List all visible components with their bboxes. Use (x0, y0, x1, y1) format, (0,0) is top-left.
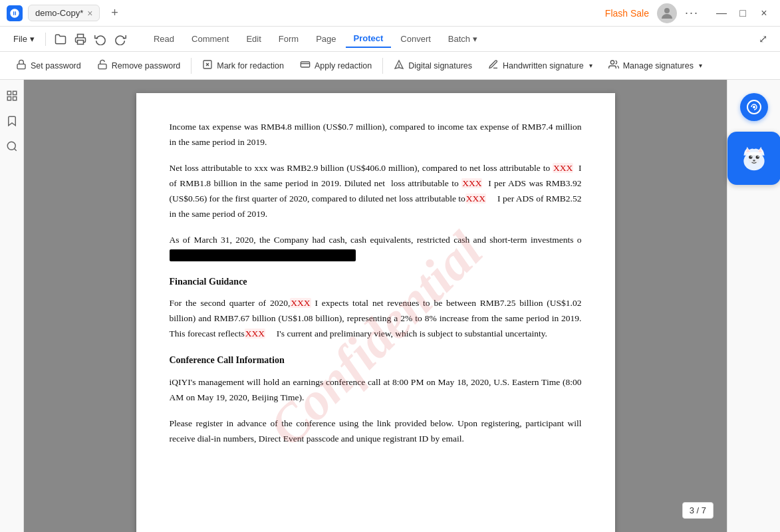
svg-rect-2 (17, 64, 25, 68)
sidebar-icon-bookmark[interactable] (3, 112, 21, 130)
svg-point-22 (750, 156, 751, 158)
mark-redaction-label: Mark for redaction (217, 61, 284, 70)
file-menu-arrow: ▾ (30, 34, 35, 44)
more-options-button[interactable]: ··· (685, 6, 699, 20)
redact-xxx-3: XXX (465, 194, 486, 203)
set-password-button[interactable]: Set password (8, 55, 89, 76)
redo-button[interactable] (111, 30, 130, 49)
remove-password-button[interactable]: Remove password (89, 55, 189, 76)
svg-rect-13 (7, 97, 11, 100)
nav-convert[interactable]: Convert (392, 31, 439, 47)
handwritten-icon (488, 59, 499, 72)
document-page: Confidential Income tax expense was RMB4… (136, 93, 615, 532)
lock-icon (16, 59, 27, 72)
tab-close-button[interactable]: × (87, 9, 92, 18)
sidebar-icon-pages[interactable] (3, 86, 21, 105)
svg-point-17 (753, 106, 755, 108)
nav-page[interactable]: Page (308, 31, 344, 47)
svg-point-21 (755, 156, 759, 159)
menubar: File ▾ Read Comment Edit Form Page Prote… (0, 27, 780, 52)
redact-xxx-2: XXX (461, 178, 482, 188)
nav-comment[interactable]: Comment (184, 31, 237, 47)
handwritten-signature-button[interactable]: Handwritten signature (480, 55, 600, 76)
flash-sale-label[interactable]: Flash Sale (605, 8, 649, 19)
paragraph-2: Net loss attributable to xxx was RMB2.9 … (170, 161, 582, 222)
paragraph-1: Income tax expense was RMB4.8 million (U… (170, 120, 582, 150)
digital-signatures-label: Digital signatures (408, 61, 472, 70)
digital-signatures-button[interactable]: Digital signatures (386, 55, 480, 76)
remove-password-label: Remove password (112, 61, 181, 70)
minimize-button[interactable]: — (712, 4, 731, 23)
svg-point-9 (610, 61, 614, 64)
svg-rect-12 (13, 97, 16, 100)
menubar-right: ⤢ (753, 30, 772, 49)
apply-redaction-label: Apply redaction (315, 61, 372, 70)
ai-assistant-button[interactable] (740, 93, 768, 121)
fox-widget[interactable] (727, 132, 781, 185)
file-tools (51, 30, 130, 49)
tab-item[interactable]: demo-Copy* × (28, 5, 100, 21)
titlebar-left: demo-Copy* × + (7, 4, 124, 23)
document-area[interactable]: Confidential Income tax expense was RMB4… (24, 80, 727, 532)
page-current: 3 (690, 505, 694, 515)
handwritten-signature-label: Handwritten signature (503, 61, 584, 70)
titlebar: demo-Copy* × + Flash Sale ··· — □ × (0, 0, 780, 27)
heading-financial: Financial Guidance (170, 274, 582, 290)
document-content: Income tax expense was RMB4.8 million (U… (170, 120, 582, 447)
file-menu[interactable]: File ▾ (8, 31, 40, 47)
toolbar: Set password Remove password Mark for re… (0, 52, 780, 80)
mark-redaction-button[interactable]: Mark for redaction (194, 55, 292, 76)
manage-signatures-icon (608, 59, 619, 72)
left-sidebar (0, 80, 24, 532)
redact-xxx-1: XXX (553, 163, 573, 173)
print-button[interactable] (71, 30, 90, 49)
nav-edit[interactable]: Edit (238, 31, 269, 47)
page-separator: / (697, 505, 700, 515)
external-link-button[interactable]: ⤢ (753, 30, 772, 49)
svg-point-0 (664, 8, 670, 13)
close-window-button[interactable]: × (755, 4, 773, 23)
undo-button[interactable] (91, 30, 110, 49)
unlock-icon (97, 59, 108, 72)
toolbar-sep-2 (382, 58, 383, 74)
mark-redaction-icon (202, 59, 213, 72)
apply-redaction-button[interactable]: Apply redaction (292, 55, 380, 76)
paragraph-6: Please register in advance of the confer… (170, 416, 582, 447)
new-tab-button[interactable]: + (105, 4, 124, 23)
svg-point-23 (757, 156, 759, 158)
maximize-button[interactable]: □ (733, 4, 752, 23)
window-controls: — □ × (712, 4, 773, 23)
svg-rect-7 (301, 62, 309, 67)
paragraph-4: For the second quarter of 2020,XXX I exp… (170, 296, 582, 342)
manage-signatures-label: Manage signatures (623, 61, 694, 70)
svg-rect-11 (13, 91, 16, 94)
tab-title: demo-Copy* (35, 8, 83, 18)
file-menu-label: File (13, 34, 27, 44)
nav-protect[interactable]: Protect (346, 30, 392, 48)
manage-signatures-button[interactable]: Manage signatures (600, 55, 710, 76)
app-icon (7, 5, 23, 21)
svg-point-20 (749, 156, 752, 159)
svg-point-24 (753, 160, 755, 162)
page-counter: 3 / 7 (682, 502, 714, 519)
open-folder-button[interactable] (51, 30, 70, 49)
main-area: Confidential Income tax expense was RMB4… (0, 80, 780, 532)
svg-line-15 (14, 148, 16, 150)
nav-read[interactable]: Read (146, 31, 182, 47)
paragraph-3: As of March 31, 2020, the Company had ca… (170, 233, 582, 263)
page-total: 7 (702, 505, 706, 515)
nav-form[interactable]: Form (271, 31, 307, 47)
redact-xxx-5: XXX (245, 329, 265, 338)
nav-batch[interactable]: Batch ▾ (440, 31, 485, 47)
toolbar-sep-1 (191, 58, 192, 74)
set-password-label: Set password (31, 61, 81, 70)
sidebar-icon-search[interactable] (3, 137, 21, 156)
digital-signature-icon (394, 59, 404, 72)
svg-rect-1 (77, 40, 83, 44)
redacted-block (170, 249, 356, 261)
paragraph-5: iQIYI's management will hold an earnings… (170, 375, 582, 406)
nav-items: Read Comment Edit Form Page Protect Conv… (146, 30, 485, 48)
menu-separator-1 (45, 33, 46, 46)
svg-rect-10 (7, 91, 11, 94)
user-avatar[interactable] (657, 3, 677, 23)
